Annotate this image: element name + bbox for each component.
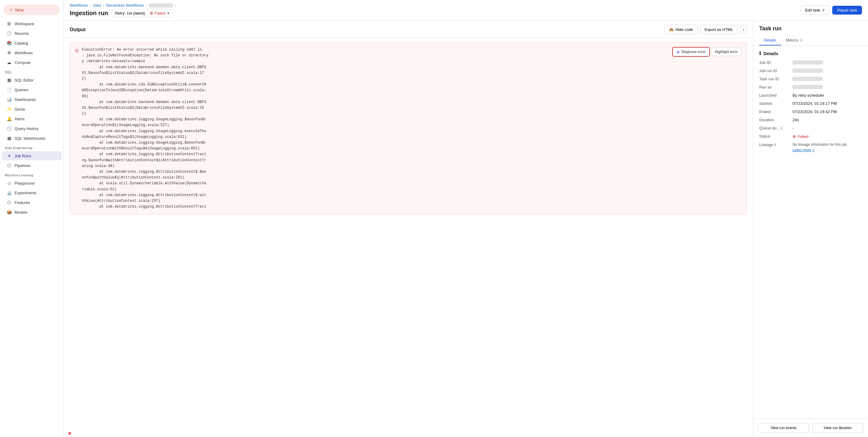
job-run-id-row: Job run ID [759, 68, 862, 73]
content-area: Output 🙈 Hide code Export as HTML › [64, 21, 868, 437]
queue-du-value: - [793, 126, 794, 130]
task-run-id-row: Task run ID [759, 77, 862, 81]
error-content: ⊙ ExecutionError: An error occurred whil… [75, 47, 742, 210]
breadcrumb-sep2: › [103, 3, 104, 7]
sidebar-item-label: Playground [14, 181, 35, 185]
sidebar-item-label: Alerts [14, 117, 25, 121]
job-run-id-value [793, 68, 823, 73]
tab-metrics[interactable]: Metrics ℹ [781, 35, 807, 45]
export-html-button[interactable]: Export as HTML [700, 25, 738, 34]
page-title: Ingestion run [70, 10, 108, 17]
queue-info-icon: ℹ [781, 126, 782, 130]
started-row: Started 07/23/2024, 01:19:17 PM [759, 101, 862, 106]
sidebar-item-recents[interactable]: 🕐 Recents [2, 29, 62, 38]
sidebar-item-compute[interactable]: ☁ Compute [2, 58, 62, 67]
sql-warehouses-icon: ▦ [7, 136, 11, 141]
highlight-btn-label: Highlight error [715, 50, 738, 54]
retry-dropdown[interactable]: Retry: 1st (latest) · ⊗ Failed ▾ [112, 9, 173, 17]
pipelines-icon: ⬡ [7, 163, 11, 168]
expand-button[interactable]: › [740, 26, 747, 34]
sidebar-item-dashboards[interactable]: 📊 Dashboards [2, 95, 62, 104]
page-title-row: Ingestion run Retry: 1st (latest) · ⊗ Fa… [70, 9, 177, 17]
details-info-icon: ℹ [759, 51, 761, 56]
breadcrumb-workflows[interactable]: Workflows [70, 3, 88, 7]
queue-du-row: Queue du... ℹ - [759, 126, 862, 130]
learn-more-link[interactable]: Learn more ↗ [793, 148, 815, 152]
sidebar-item-label: Genie [14, 107, 25, 112]
sidebar-item-sql-warehouses[interactable]: ▦ SQL Warehouses [2, 134, 62, 143]
error-text: ExecutionError: An error occurred while … [82, 47, 209, 210]
new-button[interactable]: ＋ New [4, 5, 60, 15]
sidebar-item-alerts[interactable]: 🔔 Alerts [2, 114, 62, 123]
view-run-libraries-label: View run libraries [824, 426, 851, 430]
sidebar-item-features[interactable]: ⬡ Features [2, 198, 62, 207]
duration-label: Duration [759, 118, 793, 122]
sidebar-item-genie[interactable]: ✨ Genie [2, 104, 62, 114]
catalog-icon: 📚 [7, 41, 11, 45]
sidebar-item-label: Experiments [14, 191, 36, 195]
tab-details[interactable]: Details [759, 35, 781, 45]
sidebar-item-sql-editor[interactable]: ▦ SQL Editor [2, 75, 62, 85]
view-run-libraries-button[interactable]: View run libraries [812, 423, 864, 433]
breadcrumb-sep1: › [90, 3, 91, 7]
ended-row: Ended 07/23/2024, 01:19:42 PM [759, 110, 862, 114]
eye-off-icon: 🙈 [669, 27, 674, 32]
sidebar-item-models[interactable]: 📦 Models [2, 208, 62, 217]
status-badge: ⊗ Failed [150, 10, 165, 15]
lineage-value: No lineage information for this job. Lea… [793, 143, 848, 152]
sidebar-item-label: SQL Editor [14, 78, 34, 83]
dashboards-icon: 📊 [7, 97, 11, 102]
chevron-down-icon: ▾ [167, 11, 169, 15]
edit-task-button[interactable]: Edit task ↗ [800, 5, 829, 15]
job-id-label: Job ID [759, 60, 793, 65]
sidebar-item-label: SQL Warehouses [14, 136, 45, 141]
sidebar-item-workflows[interactable]: ⚙ Workflows [2, 48, 62, 57]
sidebar-item-label: Job Runs [14, 154, 31, 158]
hide-code-button[interactable]: 🙈 Hide code [664, 25, 698, 34]
right-panel-footer: View run events View run libraries [753, 418, 868, 437]
sidebar-item-workspace[interactable]: ⊞ Workspace [2, 19, 62, 28]
highlight-error-button[interactable]: Highlight error [711, 48, 742, 56]
sql-section-label: SQL [0, 67, 63, 75]
external-link-icon: ↗ [812, 148, 815, 152]
view-run-events-button[interactable]: View run events [758, 423, 809, 433]
features-icon: ⬡ [7, 200, 11, 205]
new-button-label: New [15, 7, 24, 12]
compute-icon: ☁ [7, 60, 11, 65]
sidebar-item-catalog[interactable]: 📚 Catalog [2, 38, 62, 48]
external-link-icon: ↗ [822, 8, 825, 12]
job-id-value [793, 60, 823, 65]
sidebar-item-job-runs[interactable]: ≡ Job Runs [2, 151, 62, 160]
sidebar-item-query-history[interactable]: 🕐 Query History [2, 124, 62, 133]
sidebar-item-playground[interactable]: ◇ Playground [2, 179, 62, 188]
repair-task-button[interactable]: Repair task [832, 6, 862, 14]
sidebar-item-queries[interactable]: 📄 Queries [2, 85, 62, 94]
duration-row: Duration 24s [759, 118, 862, 122]
plus-icon: ＋ [9, 7, 13, 13]
sidebar-item-pipelines[interactable]: ⬡ Pipelines [2, 161, 62, 170]
breadcrumb-sep3: › [146, 3, 147, 7]
job-id-row: Job ID [759, 60, 862, 65]
breadcrumb-serverless[interactable]: Serverless Workflows [106, 3, 144, 7]
sidebar-item-label: Dashboards [14, 97, 36, 102]
job-run-id-label: Job run ID [759, 68, 793, 73]
workflows-icon: ⚙ [7, 50, 11, 55]
header-left: Workflows › Jobs › Serverless Workflows … [70, 3, 177, 17]
topbar: Workflows › Jobs › Serverless Workflows … [64, 0, 868, 21]
lineage-row: Lineage ℹ No lineage information for thi… [759, 143, 862, 152]
sidebar-item-experiments[interactable]: 🔬 Experiments [2, 188, 62, 197]
right-panel: Task run Details Metrics ℹ ℹ Details [753, 21, 868, 437]
details-title-text: Details [764, 51, 778, 56]
ended-label: Ended [759, 110, 793, 114]
task-run-id-value [793, 77, 823, 81]
hide-code-label: Hide code [675, 27, 693, 32]
export-html-label: Export as HTML [705, 27, 733, 32]
ml-section-label: Machine Learning [0, 170, 63, 178]
sidebar-item-label: Features [14, 200, 30, 205]
launched-row: Launched By retry scheduler [759, 93, 862, 98]
breadcrumb-jobs[interactable]: Jobs [93, 3, 101, 7]
duration-value: 24s [793, 118, 799, 122]
playground-icon: ◇ [7, 181, 11, 185]
metrics-info-icon: ℹ [800, 38, 802, 42]
diagnose-error-button[interactable]: ◈ Diagnose error [672, 47, 710, 57]
